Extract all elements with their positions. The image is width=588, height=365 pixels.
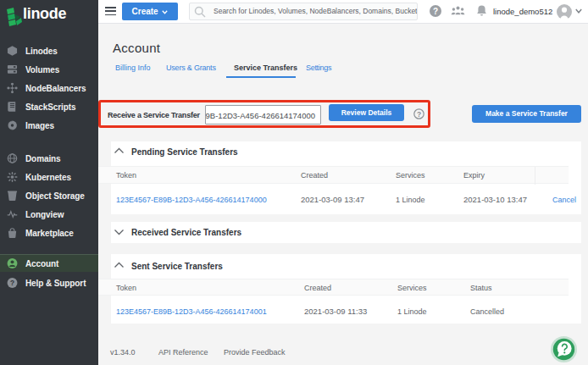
svg-text:?: ? bbox=[417, 110, 421, 119]
svg-text:?: ? bbox=[10, 279, 14, 287]
svg-text:?: ? bbox=[433, 7, 438, 16]
